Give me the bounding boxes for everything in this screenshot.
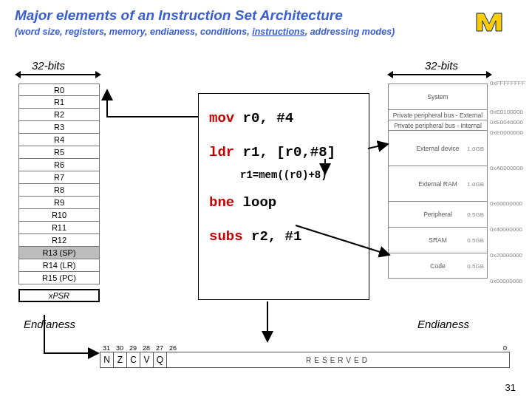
- bit-lbl: 27: [153, 344, 166, 352]
- mem-address: 0xFFFFFFFF: [490, 80, 525, 86]
- reg-row: R12: [18, 234, 100, 247]
- mem-address: 0xA0000000: [490, 165, 523, 171]
- reg-xpsr: xPSR: [18, 289, 100, 302]
- reg-row-pc: R15 (PC): [18, 272, 100, 284]
- mem-segment: Private peripheral bus - External: [389, 109, 487, 120]
- mem-size: 1.0GB: [467, 180, 484, 187]
- mem-size: 0.5GB: [467, 262, 484, 269]
- reg-row: R4: [18, 134, 100, 146]
- reg-row-lr: R14 (LR): [18, 259, 100, 272]
- reg-row-sp: R13 (SP): [18, 247, 100, 259]
- instruction-code-box: mov r0, #4 ldr r1, [r0,#8] r1=mem((r0)+8…: [198, 93, 369, 300]
- memory-map: SystemPrivate peripheral bus - ExternalP…: [388, 83, 525, 279]
- endianess-label-right: Endianess: [417, 318, 469, 330]
- width-arrow-left: [19, 74, 97, 75]
- register-table: R0 R1 R2 R3 R4 R5 R6 R7 R8 R9 R10 R11 R1…: [18, 83, 100, 302]
- subtitle-post: , addressing modes): [305, 27, 395, 37]
- bit-lbl-zero: 0: [503, 344, 507, 352]
- mem-size: 1.0GB: [467, 145, 484, 151]
- mem-address: 0x40000000: [490, 226, 522, 233]
- mem-segment: Peripheral0.5GB: [389, 201, 487, 227]
- kw-bne: bne: [209, 194, 234, 211]
- psr-boxes: N Z C V Q RESERVED: [100, 352, 510, 368]
- bits-label-left: 32-bits: [32, 59, 65, 72]
- mem-segment: Private peripheral bus - Internal: [389, 120, 487, 130]
- mem-segment: Code0.5GB: [389, 253, 487, 279]
- bits-label-right: 32-bits: [425, 59, 458, 72]
- reg-row: R1: [18, 96, 100, 109]
- bit-lbl: 29: [126, 344, 140, 352]
- michigan-logo: [473, 7, 517, 37]
- reg-row: R6: [18, 159, 100, 171]
- mem-address: 0x60000000: [490, 200, 522, 207]
- reg-row: R11: [18, 222, 100, 234]
- psr-flag-v: V: [140, 352, 154, 367]
- mem-segment: External RAM1.0GB: [389, 166, 487, 201]
- code-rest: r0, #4: [234, 110, 293, 126]
- reg-row: R5: [18, 146, 100, 159]
- psr-flag-c: C: [127, 352, 140, 367]
- code-annotation: r1=mem((r0)+8): [240, 169, 358, 181]
- code-line-ldr: ldr r1, [r0,#8]: [209, 144, 358, 160]
- bit-lbl: 30: [113, 344, 126, 352]
- subtitle-underline: instructions: [252, 27, 305, 37]
- reg-row: R0: [18, 83, 100, 96]
- code-rest: loop: [234, 194, 276, 211]
- psr-bar: 31 30 29 28 27 26 0 N Z C V Q RESERVED: [100, 344, 510, 368]
- reg-row: R2: [18, 109, 100, 121]
- mem-address: 0x00000000: [490, 278, 522, 284]
- mem-address: 0x20000000: [490, 252, 522, 259]
- width-arrow-right: [392, 74, 488, 75]
- code-line-mov: mov r0, #4: [209, 110, 358, 126]
- psr-flag-n: N: [100, 352, 114, 367]
- reg-row: R9: [18, 197, 100, 209]
- reg-row: R10: [18, 209, 100, 222]
- mem-address: 0xE0000000: [490, 129, 523, 136]
- mem-address: 0xE0040000: [490, 119, 523, 126]
- bit-lbl: 31: [100, 344, 113, 352]
- spacer: [180, 344, 503, 352]
- code-line-bne: bne loop: [209, 194, 358, 211]
- kw-ldr: ldr: [209, 144, 234, 160]
- endianess-label-left: Endianess: [24, 318, 75, 330]
- kw-subs: subs: [209, 228, 243, 245]
- slide-number: 31: [505, 382, 516, 393]
- code-line-subs: subs r2, #1: [209, 228, 358, 245]
- bit-lbl: 26: [166, 344, 180, 352]
- mem-size: 0.5GB: [467, 237, 484, 244]
- mem-size: 0.5GB: [467, 211, 484, 218]
- mem-segment: SRAM0.5GB: [389, 227, 487, 253]
- code-rest: r2, #1: [243, 228, 302, 245]
- reg-row: R3: [18, 121, 100, 134]
- page-subtitle: (word size, registers, memory, endianess…: [15, 27, 395, 37]
- psr-bit-labels: 31 30 29 28 27 26 0: [100, 344, 510, 352]
- kw-mov: mov: [209, 110, 234, 126]
- code-rest: r1, [r0,#8]: [234, 144, 335, 160]
- mem-segment: External device1.0GB: [389, 130, 487, 166]
- reg-row: R7: [18, 171, 100, 184]
- psr-flag-z: Z: [114, 352, 127, 367]
- page-title: Major elements of an Instruction Set Arc…: [15, 7, 343, 24]
- subtitle-pre: (word size, registers, memory, endianess…: [15, 27, 252, 37]
- bit-lbl: 28: [140, 344, 153, 352]
- mem-segment: System: [389, 83, 487, 109]
- reg-row: R8: [18, 184, 100, 197]
- psr-flag-q: Q: [154, 352, 167, 367]
- psr-reserved: RESERVED: [167, 352, 509, 367]
- mem-address: 0xE0100000: [490, 109, 523, 115]
